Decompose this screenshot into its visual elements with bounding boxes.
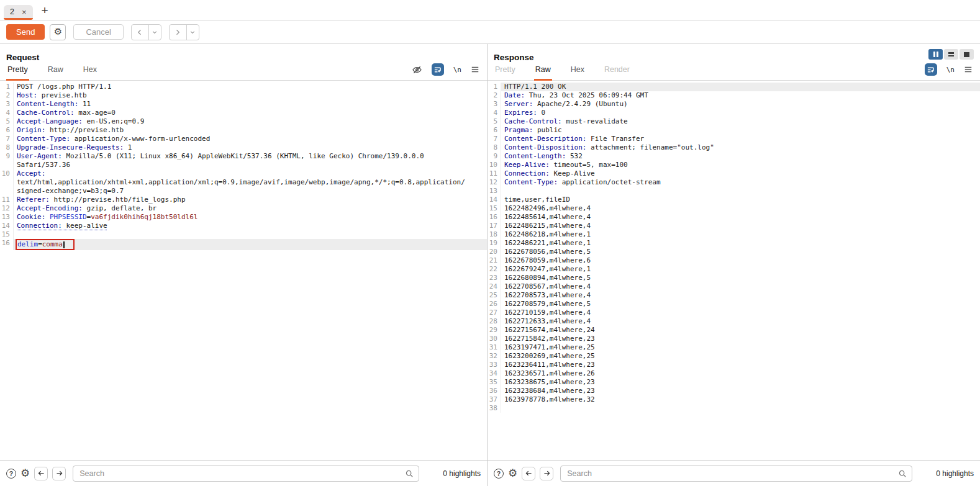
- editor-line[interactable]: 1POST /logs.php HTTP/1.1: [0, 83, 487, 91]
- editor-line[interactable]: 5Accept-Language: en-US,en;q=0.9: [0, 117, 487, 126]
- response-tab-hex[interactable]: Hex: [569, 65, 586, 81]
- editor-line[interactable]: 181622486218,m4lwhere,1: [488, 230, 980, 239]
- editor-line[interactable]: 371623978778,m4lwhere,32: [488, 395, 980, 404]
- editor-line[interactable]: 301622715842,m4lwhere,23: [488, 335, 980, 343]
- rows-layout-button[interactable]: [944, 49, 958, 60]
- editor-line[interactable]: 4Cache-Control: max-age=0: [0, 109, 487, 117]
- editor-line[interactable]: 14Connection: keep-alive: [0, 222, 487, 230]
- line-number: 37: [488, 395, 501, 404]
- editor-line[interactable]: 6Origin: http://previse.htb: [0, 126, 487, 135]
- response-tab-pretty[interactable]: Pretty: [494, 65, 517, 81]
- editor-line[interactable]: 3Server: Apache/2.4.29 (Ubuntu): [488, 100, 980, 109]
- editor-line[interactable]: 351623238675,m4lwhere,23: [488, 378, 980, 387]
- editor-line[interactable]: 271622710159,m4lwhere,4: [488, 308, 980, 317]
- forward-dropdown-button[interactable]: [186, 25, 199, 40]
- forward-button[interactable]: [170, 25, 186, 40]
- editor-line[interactable]: 211622678059,m4lwhere,6: [488, 256, 980, 265]
- request-tab-pretty[interactable]: Pretty: [6, 65, 29, 81]
- repeater-tab-2[interactable]: 2 ×: [4, 5, 33, 20]
- editor-line[interactable]: 2Date: Thu, 23 Oct 2025 06:09:44 GMT: [488, 91, 980, 100]
- editor-line[interactable]: 7Content-Description: File Transfer: [488, 135, 980, 143]
- editor-line[interactable]: 281622712633,m4lwhere,4: [488, 317, 980, 326]
- editor-line[interactable]: 8Content-Disposition: attachment; filena…: [488, 143, 980, 152]
- eye-slash-icon[interactable]: [412, 65, 422, 75]
- editor-line[interactable]: 13: [488, 187, 980, 196]
- editor-line[interactable]: 7Content-Type: application/x-www-form-ur…: [0, 135, 487, 143]
- previous-match-button[interactable]: [34, 467, 48, 480]
- editor-line[interactable]: 341623236571,m4lwhere,26: [488, 369, 980, 378]
- editor-line[interactable]: 321623200269,m4lwhere,25: [488, 352, 980, 361]
- editor-line[interactable]: 241622708567,m4lwhere,4: [488, 282, 980, 291]
- editor-line[interactable]: 361623238684,m4lwhere,23: [488, 387, 980, 395]
- line-number: 15: [488, 204, 501, 213]
- editor-line[interactable]: 10Keep-Alive: timeout=5, max=100: [488, 161, 980, 169]
- gear-icon[interactable]: ⚙: [20, 468, 30, 479]
- help-icon[interactable]: ?: [6, 469, 16, 479]
- help-icon[interactable]: ?: [494, 469, 504, 479]
- editor-line[interactable]: 8Upgrade-Insecure-Requests: 1: [0, 143, 487, 152]
- editor-line[interactable]: 14time,user,fileID: [488, 196, 980, 204]
- cancel-button[interactable]: Cancel: [73, 24, 123, 40]
- editor-line[interactable]: 11Referer: http://previse.htb/file_logs.…: [0, 196, 487, 204]
- search-icon: [405, 469, 414, 478]
- editor-line[interactable]: 331623236411,m4lwhere,23: [488, 361, 980, 369]
- editor-line[interactable]: 9User-Agent: Mozilla/5.0 (X11; Linux x86…: [0, 152, 487, 169]
- editor-line[interactable]: 6Pragma: public: [488, 126, 980, 135]
- response-tab-render[interactable]: Render: [603, 65, 631, 81]
- columns-layout-button[interactable]: [928, 49, 943, 60]
- editor-line[interactable]: 5Cache-Control: must-revalidate: [488, 117, 980, 126]
- send-button[interactable]: Send: [6, 24, 45, 40]
- send-settings-button[interactable]: ⚙: [50, 24, 66, 40]
- editor-line[interactable]: 10Accept: text/html,application/xhtml+xm…: [0, 169, 487, 196]
- plus-icon[interactable]: +: [42, 4, 48, 20]
- line-number: 14: [0, 222, 14, 230]
- single-layout-icon: [964, 52, 969, 57]
- editor-line[interactable]: 161622485614,m4lwhere,4: [488, 213, 980, 222]
- editor-line[interactable]: 9Content-Length: 532: [488, 152, 980, 161]
- wrap-lines-button[interactable]: [432, 63, 444, 76]
- next-match-button[interactable]: [52, 467, 66, 480]
- editor-line[interactable]: 16delim=comma: [0, 239, 487, 250]
- previous-match-button[interactable]: [522, 467, 535, 480]
- editor-line[interactable]: 201622678056,m4lwhere,5: [488, 248, 980, 256]
- editor-line[interactable]: 4Expires: 0: [488, 109, 980, 117]
- editor-line[interactable]: 251622708573,m4lwhere,4: [488, 291, 980, 300]
- editor-line[interactable]: 291622715674,m4lwhere,24: [488, 326, 980, 335]
- editor-line[interactable]: 11Connection: Keep-Alive: [488, 169, 980, 178]
- editor-line[interactable]: 13Cookie: PHPSESSID=va6fjdik0hih6qj18bt5…: [0, 213, 487, 222]
- editor-line[interactable]: 2Host: previse.htb: [0, 91, 487, 100]
- search-input[interactable]: [560, 466, 912, 482]
- search-input[interactable]: [73, 466, 419, 482]
- editor-line[interactable]: 15: [0, 230, 487, 239]
- response-tab-raw[interactable]: Raw: [534, 65, 552, 81]
- single-layout-button[interactable]: [960, 49, 974, 60]
- request-tab-hex[interactable]: Hex: [82, 65, 98, 81]
- response-editor[interactable]: 1HTTP/1.1 200 OK2Date: Thu, 23 Oct 2025 …: [488, 81, 980, 460]
- close-icon[interactable]: ×: [22, 8, 27, 16]
- editor-line[interactable]: 231622680894,m4lwhere,5: [488, 274, 980, 282]
- newline-icon[interactable]: \n: [453, 66, 461, 74]
- newline-icon[interactable]: \n: [946, 66, 955, 74]
- editor-line[interactable]: 12Accept-Encoding: gzip, deflate, br: [0, 204, 487, 213]
- line-number: 36: [488, 387, 501, 395]
- editor-line[interactable]: 12Content-Type: application/octet-stream: [488, 178, 980, 187]
- editor-line[interactable]: 3Content-Length: 11: [0, 100, 487, 109]
- menu-icon[interactable]: [964, 65, 973, 74]
- editor-line[interactable]: 38: [488, 404, 980, 413]
- menu-icon[interactable]: [471, 65, 479, 74]
- request-tab-raw[interactable]: Raw: [47, 65, 65, 81]
- editor-line[interactable]: 261622708579,m4lwhere,5: [488, 300, 980, 308]
- editor-line[interactable]: 1HTTP/1.1 200 OK: [488, 83, 980, 91]
- gear-icon[interactable]: ⚙: [508, 468, 517, 479]
- editor-line[interactable]: 191622486221,m4lwhere,1: [488, 239, 980, 248]
- editor-line[interactable]: 151622482496,m4lwhere,4: [488, 204, 980, 213]
- editor-line[interactable]: 171622486215,m4lwhere,4: [488, 222, 980, 230]
- next-match-button[interactable]: [540, 467, 553, 480]
- back-button[interactable]: [132, 25, 148, 40]
- editor-line[interactable]: 221622679247,m4lwhere,1: [488, 265, 980, 274]
- editor-line[interactable]: 311623197471,m4lwhere,25: [488, 343, 980, 352]
- back-dropdown-button[interactable]: [148, 25, 161, 40]
- request-editor[interactable]: 1POST /logs.php HTTP/1.12Host: previse.h…: [0, 81, 487, 460]
- history-forward-control: [169, 24, 199, 40]
- wrap-lines-button[interactable]: [925, 63, 937, 76]
